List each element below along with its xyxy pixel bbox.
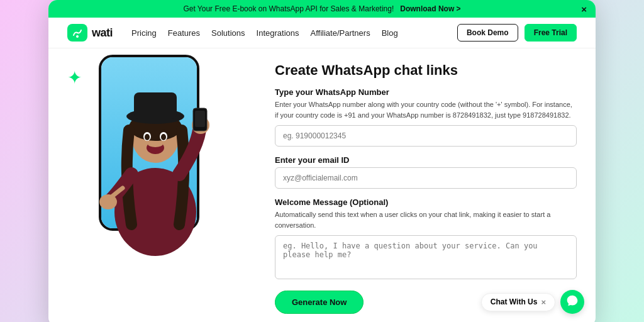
book-demo-button[interactable]: Book Demo (457, 24, 518, 42)
svg-point-13 (161, 134, 166, 140)
message-description: Automatically send this text when a user… (275, 209, 577, 230)
nav-actions: Book Demo Free Trial (457, 24, 577, 42)
main-content: ✦ (48, 48, 596, 322)
browser-window: Get Your Free E-book on WhatsApp API for… (48, 0, 596, 322)
form-title: Create WhatsApp chat links (275, 62, 577, 79)
chat-bubble-button[interactable] (560, 290, 584, 314)
chat-bubble-icon (566, 294, 579, 310)
logo: wati (67, 24, 113, 42)
svg-point-9 (148, 141, 163, 147)
message-label: Welcome Message (Optional) (275, 197, 577, 207)
nav-features[interactable]: Features (168, 28, 200, 38)
nav-integrations[interactable]: Integrations (257, 28, 299, 38)
navbar: wati Pricing Features Solutions Integrat… (48, 18, 596, 48)
svg-rect-7 (134, 92, 177, 119)
top-banner: Get Your Free E-book on WhatsApp API for… (48, 0, 596, 18)
sparkle-icon: ✦ (67, 67, 82, 88)
chat-widget-close[interactable]: × (541, 297, 546, 307)
svg-rect-16 (195, 111, 205, 127)
svg-point-1 (76, 35, 79, 38)
left-panel: ✦ (48, 48, 262, 322)
phone-label: Type your WhatsApp Number (275, 87, 577, 97)
hero-image (86, 48, 225, 256)
banner-text: Get Your Free E-book on WhatsApp API for… (183, 4, 394, 13)
nav-links: Pricing Features Solutions Integrations … (131, 28, 457, 38)
chat-label-box[interactable]: Chat With Us × (481, 293, 555, 311)
chat-widget: Chat With Us × (481, 290, 584, 314)
svg-point-12 (145, 134, 150, 140)
free-trial-button[interactable]: Free Trial (525, 24, 577, 42)
phone-input[interactable] (275, 125, 577, 147)
banner-cta[interactable]: Download Now > (400, 4, 460, 13)
email-label: Enter your email ID (275, 155, 577, 165)
nav-pricing[interactable]: Pricing (131, 28, 157, 38)
phone-description: Enter your WhatsApp number along with yo… (275, 99, 577, 120)
generate-button[interactable]: Generate Now (275, 291, 364, 314)
nav-affiliate[interactable]: Affiliate/Partners (311, 28, 370, 38)
logo-text: wati (92, 26, 113, 40)
chat-label: Chat With Us (491, 297, 538, 306)
right-panel: Create WhatsApp chat links Type your Wha… (262, 48, 596, 322)
email-input[interactable] (275, 167, 577, 189)
nav-solutions[interactable]: Solutions (211, 28, 245, 38)
logo-icon (67, 24, 87, 42)
message-textarea[interactable] (275, 235, 577, 279)
banner-close-button[interactable]: × (581, 4, 587, 14)
nav-blog[interactable]: Blog (382, 28, 398, 38)
